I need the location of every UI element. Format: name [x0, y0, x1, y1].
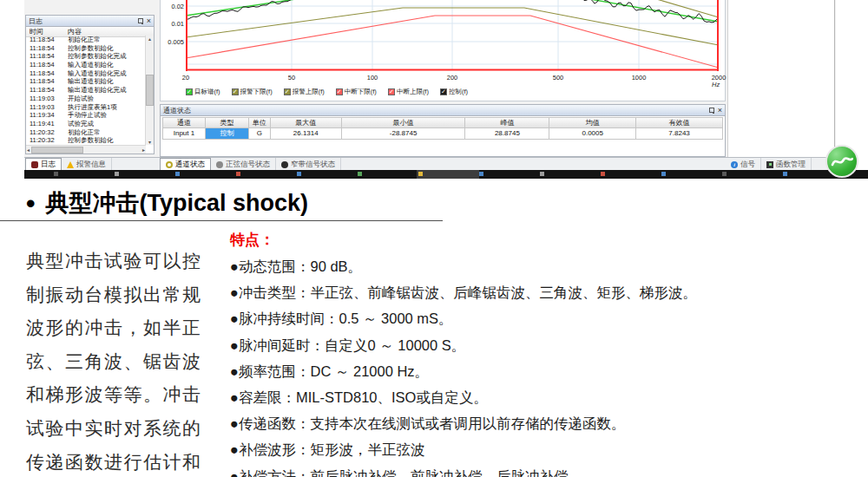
- log-row[interactable]: 11:20:32控制参数初始化: [26, 136, 146, 145]
- channel-panel-title: 通道状态: [163, 106, 191, 115]
- taskbar-icon[interactable]: [479, 172, 483, 176]
- channel-panel-titlebar: 通道状态 ×: [161, 105, 725, 116]
- scrollbar-thumb[interactable]: [146, 75, 154, 106]
- tab-label: 正弦信号状态: [226, 160, 270, 170]
- taskbar-icon[interactable]: [54, 172, 58, 176]
- log-time: 11:20:32: [26, 128, 64, 137]
- scroll-down-icon[interactable]: ▾: [148, 139, 151, 145]
- log-vertical-scrollbar[interactable]: ▴ ▾: [145, 36, 154, 145]
- log-row[interactable]: 11:18:54输出通道初始化: [26, 77, 146, 86]
- legend-item[interactable]: ✓控制(f): [440, 88, 468, 96]
- tab-group-right: i信号函数管理: [726, 158, 812, 171]
- column-header: 峰值: [465, 117, 549, 128]
- log-row[interactable]: 11:18:54控制参数初始化: [26, 44, 146, 53]
- x-axis-unit: Hz: [712, 81, 720, 88]
- log-panel-titlebar: 日志 ×: [26, 16, 154, 27]
- log-horizontal-scrollbar[interactable]: ◂ ▸: [26, 145, 146, 154]
- log-content: 开始试验: [64, 95, 94, 103]
- tab-label: 窄带信号状态: [291, 160, 335, 170]
- log-row[interactable]: 11:18:54控制参数初始化完成: [26, 52, 146, 61]
- channel-table-row[interactable]: Input 1控制G26.1314-28.874528.87450.00057.…: [162, 128, 723, 140]
- legend-checkbox-icon[interactable]: ✓: [440, 88, 447, 95]
- legend-checkbox-icon[interactable]: ✓: [336, 88, 343, 95]
- cell: Input 1: [162, 128, 206, 140]
- scroll-right-icon[interactable]: ▸: [142, 147, 145, 153]
- log-row[interactable]: 11:19:03开始试验: [26, 95, 146, 103]
- legend-item[interactable]: ✓中断上限(f): [388, 88, 429, 96]
- legend-checkbox-icon[interactable]: ✓: [232, 88, 239, 95]
- tab-通道状态[interactable]: 通道状态: [160, 158, 211, 171]
- taskbar-icon[interactable]: [601, 172, 605, 176]
- feature-item: ●传递函数：支持本次在线测试或者调用以前存储的传递函数。: [230, 410, 697, 436]
- log-row[interactable]: 11:19:03执行进度表第1项: [26, 103, 146, 112]
- taskbar-icon[interactable]: [783, 172, 787, 176]
- close-icon[interactable]: ×: [147, 17, 151, 24]
- tab-label: 通道状态: [175, 160, 205, 170]
- feature-item: ●脉冲间延时：自定义0 ～ 10000 S。: [230, 332, 697, 358]
- paragraph-line: 制振动台模拟出常规: [26, 278, 221, 312]
- close-icon[interactable]: ×: [718, 107, 722, 114]
- taskbar-icon[interactable]: [175, 172, 180, 176]
- legend-item[interactable]: ✓报警上限(f): [284, 88, 325, 96]
- x-tick-label: 200: [447, 74, 458, 82]
- taskbar-icon[interactable]: [297, 172, 301, 176]
- tab-信号[interactable]: i信号: [726, 158, 761, 171]
- log-row[interactable]: 11:19:34手动停止试验: [26, 111, 146, 120]
- legend-label: 报警下限(f): [240, 88, 273, 96]
- log-row[interactable]: 11:19:41试验完成: [26, 120, 146, 128]
- legend-item[interactable]: ✓报警下限(f): [232, 88, 273, 96]
- intro-paragraph: 典型冲击试验可以控制振动台模拟出常规波形的冲击，如半正弦、三角波、锯齿波和梯形波…: [26, 245, 221, 477]
- tab-group-middle: 通道状态正弦信号状态窄带信号状态: [160, 158, 341, 171]
- log-content: 初始化正常: [64, 128, 101, 137]
- chart-plot-area[interactable]: [186, 0, 719, 71]
- legend-checkbox-icon[interactable]: ✓: [388, 88, 395, 95]
- feature-item: ●冲击类型：半正弦、前峰锯齿波、后峰锯齿波、三角波、矩形、梯形波。: [230, 279, 697, 305]
- log-time: 11:19:03: [26, 103, 64, 112]
- legend-checkbox-icon[interactable]: ✓: [186, 88, 193, 95]
- tab-函数管理[interactable]: 函数管理: [761, 158, 812, 171]
- taskbar-icon[interactable]: [540, 172, 544, 176]
- legend-item[interactable]: ✓中断下限(f): [336, 88, 377, 96]
- page: 日志 × 时间 内容 11:18:54初始化正常11:18:54控制参数初始化1…: [0, 0, 868, 477]
- legend-label: 控制(f): [449, 88, 468, 96]
- tab-报警信息[interactable]: 报警信息: [62, 158, 112, 171]
- log-row[interactable]: 11:18:54输出通道初始化完成: [26, 86, 146, 95]
- taskbar-icon[interactable]: [115, 172, 119, 176]
- taskbar-icon[interactable]: [418, 172, 423, 176]
- log-time: 11:20:32: [26, 136, 64, 145]
- tab-group-left: 日志报警信息: [25, 158, 112, 171]
- log-row[interactable]: 11:20:32初始化正常: [26, 128, 146, 137]
- log-time: 11:18:54: [26, 69, 64, 78]
- log-row[interactable]: 11:18:54输入通道初始化: [26, 61, 146, 69]
- taskbar-icon[interactable]: [722, 172, 727, 176]
- cell[interactable]: 控制: [206, 128, 249, 140]
- pin-icon[interactable]: [709, 108, 714, 113]
- taskbar-active-app[interactable]: [417, 170, 479, 179]
- scroll-left-icon[interactable]: ◂: [27, 147, 30, 153]
- legend-item[interactable]: ✓目标谱(f): [186, 88, 220, 96]
- feature-item: ●容差限：MIL-STD810、ISO或自定义。: [230, 384, 697, 410]
- taskbar-icon[interactable]: [661, 172, 666, 176]
- cell: 26.1314: [271, 128, 342, 140]
- log-row[interactable]: 11:18:54初始化正常: [26, 36, 146, 44]
- swirl-icon: [831, 154, 853, 169]
- tab-label: 报警信息: [76, 160, 106, 170]
- tab-日志[interactable]: 日志: [25, 158, 62, 171]
- log-row[interactable]: 11:18:54输入通道初始化完成: [26, 69, 146, 78]
- y-tick-label: 0.02: [161, 3, 184, 10]
- floating-contact-button[interactable]: [825, 145, 858, 178]
- tab-窄带信号状态[interactable]: 窄带信号状态: [276, 158, 341, 171]
- taskbar-icon[interactable]: [236, 172, 240, 176]
- scrollbar-thumb[interactable]: [31, 147, 83, 154]
- tab-正弦信号状态[interactable]: 正弦信号状态: [211, 158, 276, 171]
- taskbar-icon[interactable]: [358, 172, 362, 176]
- legend-checkbox-icon[interactable]: ✓: [284, 88, 291, 95]
- feature-item: ●频率范围：DC ～ 21000 Hz。: [230, 358, 697, 384]
- log-time: 11:18:54: [26, 77, 64, 86]
- column-header: 通道: [162, 117, 206, 128]
- spectrum-chart-panel: 0.020.010.005 205010020050010002000Hz ✓目…: [160, 0, 726, 101]
- log-time: 11:18:54: [26, 52, 64, 61]
- pin-icon[interactable]: [138, 18, 143, 23]
- scroll-up-icon[interactable]: ▴: [148, 36, 151, 42]
- legend-label: 中断下限(f): [345, 88, 377, 96]
